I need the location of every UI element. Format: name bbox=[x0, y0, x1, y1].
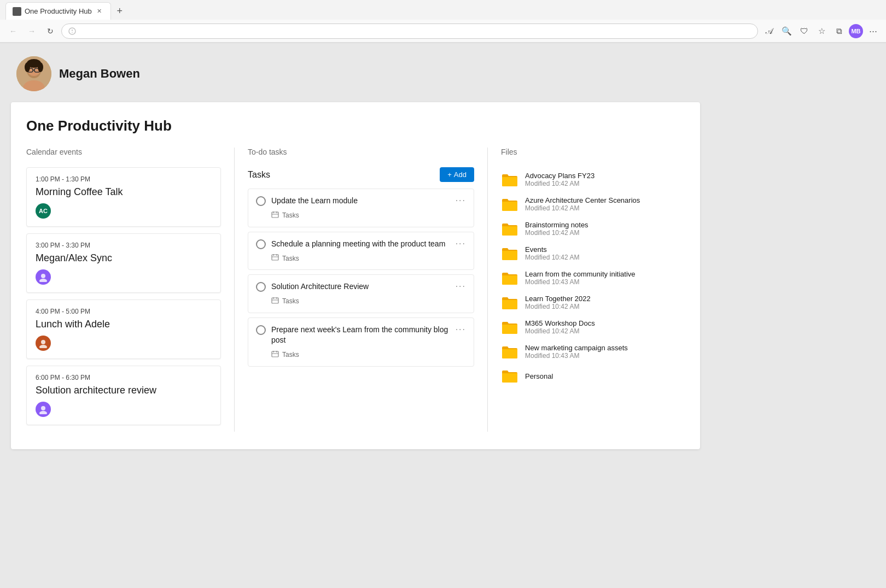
file-info: Brainstorming notes Modified 10:42 AM bbox=[525, 221, 588, 237]
task-meta: Tasks bbox=[271, 297, 466, 306]
svg-point-19 bbox=[39, 411, 47, 414]
active-tab[interactable]: One Productivity Hub ✕ bbox=[5, 2, 111, 20]
tab-bar: One Productivity Hub ✕ + bbox=[0, 0, 886, 20]
folder-icon bbox=[501, 344, 518, 360]
file-item[interactable]: New marketing campaign assets Modified 1… bbox=[501, 339, 685, 364]
task-checkbox[interactable] bbox=[256, 239, 266, 249]
task-top: Update the Learn module ··· bbox=[256, 196, 466, 207]
forward-button[interactable]: → bbox=[24, 23, 39, 39]
avatar bbox=[16, 56, 51, 91]
shield-icon[interactable]: 🛡 bbox=[796, 23, 812, 39]
file-item[interactable]: Events Modified 10:42 AM bbox=[501, 241, 685, 266]
task-more-button[interactable]: ··· bbox=[456, 325, 466, 334]
event-time: 1:00 PM - 1:30 PM bbox=[36, 175, 212, 183]
task-title: Schedule a planning meeting with the pro… bbox=[271, 239, 450, 250]
file-item[interactable]: Azure Architecture Center Scenarios Modi… bbox=[501, 192, 685, 216]
event-avatar bbox=[36, 336, 51, 351]
task-more-button[interactable]: ··· bbox=[456, 196, 466, 205]
file-meta: Modified 10:42 AM bbox=[525, 303, 591, 310]
event-time: 6:00 PM - 6:30 PM bbox=[36, 374, 212, 381]
add-task-button[interactable]: + Add bbox=[440, 167, 474, 182]
task-more-button[interactable]: ··· bbox=[456, 239, 466, 249]
file-meta: Modified 10:43 AM bbox=[525, 278, 636, 286]
tab-title: One Productivity Hub bbox=[25, 7, 92, 15]
file-name: Azure Architecture Center Scenarios bbox=[525, 196, 640, 204]
file-item[interactable]: Advocacy Plans FY23 Modified 10:42 AM bbox=[501, 167, 685, 192]
event-card: 4:00 PM - 5:00 PM Lunch with Adele bbox=[26, 299, 221, 359]
folder-icon bbox=[501, 295, 518, 310]
task-checkbox[interactable] bbox=[256, 325, 266, 335]
file-meta: Modified 10:42 AM bbox=[525, 229, 588, 237]
task-meta-icon bbox=[271, 297, 279, 306]
file-meta: Modified 10:43 AM bbox=[525, 352, 628, 360]
task-title: Prepare next week's Learn from the commu… bbox=[271, 325, 450, 346]
event-time: 3:00 PM - 3:30 PM bbox=[36, 242, 212, 249]
task-meta-icon bbox=[271, 254, 279, 263]
svg-rect-24 bbox=[272, 255, 278, 260]
svg-point-16 bbox=[41, 340, 45, 344]
svg-point-3 bbox=[72, 32, 73, 33]
tab-close-button[interactable]: ✕ bbox=[95, 7, 104, 16]
folder-icon bbox=[501, 246, 518, 261]
file-info: New marketing campaign assets Modified 1… bbox=[525, 344, 628, 360]
file-name: Learn Together 2022 bbox=[525, 295, 591, 303]
calendar-header: Calendar events bbox=[26, 148, 221, 158]
svg-point-17 bbox=[39, 345, 47, 348]
task-meta: Tasks bbox=[271, 254, 466, 263]
file-item[interactable]: M365 Workshop Docs Modified 10:42 AM bbox=[501, 315, 685, 339]
tasks-label: Tasks bbox=[248, 170, 270, 180]
svg-point-13 bbox=[38, 62, 43, 72]
profile-avatar[interactable]: MB bbox=[849, 24, 863, 38]
file-info: Personal bbox=[525, 372, 553, 380]
collections-icon[interactable]: ⧉ bbox=[831, 23, 847, 39]
task-title: Solution Architecture Review bbox=[271, 281, 450, 292]
file-name: M365 Workshop Docs bbox=[525, 319, 595, 327]
file-info: Advocacy Plans FY23 Modified 10:42 AM bbox=[525, 172, 594, 187]
file-item[interactable]: Personal bbox=[501, 364, 685, 388]
event-avatar bbox=[36, 269, 51, 285]
task-item: Prepare next week's Learn from the commu… bbox=[248, 317, 474, 367]
reading-view-icon[interactable]: 𝒜 bbox=[761, 23, 777, 39]
event-time: 4:00 PM - 5:00 PM bbox=[36, 308, 212, 315]
event-title: Megan/Alex Sync bbox=[36, 252, 212, 264]
address-input[interactable]: localhost:3000/index.html bbox=[79, 27, 751, 35]
favorites-icon[interactable]: ☆ bbox=[814, 23, 829, 39]
event-card: 3:00 PM - 3:30 PM Megan/Alex Sync bbox=[26, 233, 221, 293]
file-name: Events bbox=[525, 245, 579, 254]
file-item[interactable]: Brainstorming notes Modified 10:42 AM bbox=[501, 216, 685, 241]
file-info: Learn from the community initiative Modi… bbox=[525, 270, 636, 286]
back-button[interactable]: ← bbox=[5, 23, 21, 39]
page-background: Megan Bowen One Productivity Hub Calenda… bbox=[0, 43, 886, 588]
add-icon: + bbox=[447, 170, 452, 179]
folder-icon bbox=[501, 320, 518, 335]
event-avatar: AC bbox=[36, 203, 51, 219]
folder-icon bbox=[501, 221, 518, 237]
file-info: Learn Together 2022 Modified 10:42 AM bbox=[525, 295, 591, 310]
svg-point-18 bbox=[41, 406, 45, 410]
file-name: Learn from the community initiative bbox=[525, 270, 636, 278]
task-meta: Tasks bbox=[271, 350, 466, 360]
folder-icon bbox=[501, 368, 518, 384]
task-more-button[interactable]: ··· bbox=[456, 281, 466, 291]
file-meta: Modified 10:42 AM bbox=[525, 327, 595, 335]
new-tab-button[interactable]: + bbox=[112, 3, 127, 19]
svg-rect-20 bbox=[272, 212, 278, 217]
task-checkbox[interactable] bbox=[256, 196, 266, 206]
folder-icon bbox=[501, 197, 518, 212]
search-icon[interactable]: 🔍 bbox=[779, 23, 794, 39]
task-title: Update the Learn module bbox=[271, 196, 450, 207]
file-name: Advocacy Plans FY23 bbox=[525, 172, 594, 180]
tasks-section-header: To-do tasks bbox=[248, 148, 474, 158]
files-list: Advocacy Plans FY23 Modified 10:42 AM Az… bbox=[501, 167, 685, 388]
task-meta-text: Tasks bbox=[282, 351, 299, 358]
refresh-button[interactable]: ↻ bbox=[43, 23, 58, 39]
task-meta-text: Tasks bbox=[282, 211, 299, 219]
svg-point-12 bbox=[25, 62, 30, 72]
task-checkbox[interactable] bbox=[256, 282, 266, 292]
file-item[interactable]: Learn Together 2022 Modified 10:42 AM bbox=[501, 290, 685, 315]
more-tools-icon[interactable]: ⋯ bbox=[865, 23, 881, 39]
task-meta-icon bbox=[271, 350, 279, 360]
address-bar[interactable]: localhost:3000/index.html bbox=[61, 23, 758, 39]
event-title: Lunch with Adele bbox=[36, 319, 212, 330]
file-item[interactable]: Learn from the community initiative Modi… bbox=[501, 266, 685, 290]
